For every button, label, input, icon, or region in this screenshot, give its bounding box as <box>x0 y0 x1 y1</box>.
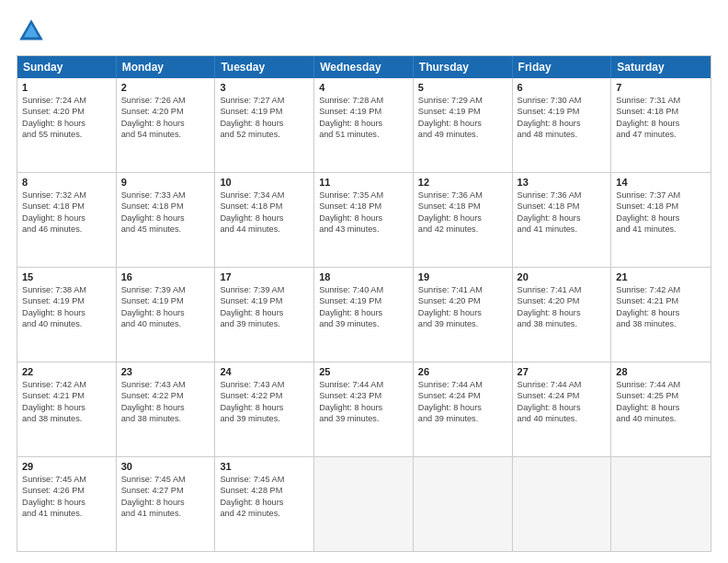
cell-info: Sunrise: 7:42 AMSunset: 4:21 PMDaylight:… <box>616 284 706 330</box>
day-number: 3 <box>220 82 309 93</box>
calendar-body: 1Sunrise: 7:24 AMSunset: 4:20 PMDaylight… <box>17 78 711 551</box>
calendar-row-5: 29Sunrise: 7:45 AMSunset: 4:26 PMDayligh… <box>17 457 711 551</box>
cell-info: Sunrise: 7:42 AMSunset: 4:21 PMDaylight:… <box>22 379 111 425</box>
header-day-tuesday: Tuesday <box>215 56 314 78</box>
cell-info: Sunrise: 7:36 AMSunset: 4:18 PMDaylight:… <box>418 190 507 236</box>
day-cell-16: 16Sunrise: 7:39 AMSunset: 4:19 PMDayligh… <box>117 268 216 362</box>
calendar: SundayMondayTuesdayWednesdayThursdayFrid… <box>17 55 711 552</box>
day-cell-15: 15Sunrise: 7:38 AMSunset: 4:19 PMDayligh… <box>17 268 117 362</box>
day-cell-6: 6Sunrise: 7:30 AMSunset: 4:19 PMDaylight… <box>513 78 612 172</box>
cell-info: Sunrise: 7:45 AMSunset: 4:26 PMDaylight:… <box>22 474 111 520</box>
cell-info: Sunrise: 7:27 AMSunset: 4:19 PMDaylight:… <box>220 95 309 141</box>
day-number: 4 <box>319 82 408 93</box>
cell-info: Sunrise: 7:29 AMSunset: 4:19 PMDaylight:… <box>418 95 507 141</box>
cell-info: Sunrise: 7:43 AMSunset: 4:22 PMDaylight:… <box>220 379 309 425</box>
cell-info: Sunrise: 7:45 AMSunset: 4:27 PMDaylight:… <box>121 474 210 520</box>
day-cell-26: 26Sunrise: 7:44 AMSunset: 4:24 PMDayligh… <box>414 362 513 456</box>
day-number: 6 <box>518 82 607 93</box>
day-cell-22: 22Sunrise: 7:42 AMSunset: 4:21 PMDayligh… <box>17 362 117 456</box>
day-number: 16 <box>121 271 210 282</box>
day-number: 31 <box>220 461 309 472</box>
day-number: 28 <box>616 366 706 377</box>
cell-info: Sunrise: 7:40 AMSunset: 4:19 PMDaylight:… <box>319 284 408 330</box>
day-number: 30 <box>121 461 210 472</box>
empty-cell <box>513 457 612 551</box>
day-number: 19 <box>418 271 507 282</box>
logo-icon <box>17 17 46 46</box>
cell-info: Sunrise: 7:36 AMSunset: 4:18 PMDaylight:… <box>518 190 607 236</box>
day-number: 18 <box>319 271 408 282</box>
day-number: 26 <box>418 366 507 377</box>
day-number: 7 <box>616 82 706 93</box>
day-cell-20: 20Sunrise: 7:41 AMSunset: 4:20 PMDayligh… <box>513 268 612 362</box>
day-cell-23: 23Sunrise: 7:43 AMSunset: 4:22 PMDayligh… <box>117 362 216 456</box>
day-cell-29: 29Sunrise: 7:45 AMSunset: 4:26 PMDayligh… <box>17 457 117 551</box>
cell-info: Sunrise: 7:24 AMSunset: 4:20 PMDaylight:… <box>22 95 111 141</box>
header-day-sunday: Sunday <box>17 56 117 78</box>
day-number: 12 <box>418 177 507 188</box>
day-number: 20 <box>518 271 607 282</box>
header-day-saturday: Saturday <box>611 56 711 78</box>
day-cell-19: 19Sunrise: 7:41 AMSunset: 4:20 PMDayligh… <box>414 268 513 362</box>
header-day-monday: Monday <box>117 56 216 78</box>
cell-info: Sunrise: 7:45 AMSunset: 4:28 PMDaylight:… <box>220 474 309 520</box>
day-number: 2 <box>121 82 210 93</box>
day-number: 15 <box>22 271 111 282</box>
day-cell-21: 21Sunrise: 7:42 AMSunset: 4:21 PMDayligh… <box>611 268 711 362</box>
day-number: 9 <box>121 177 210 188</box>
day-cell-9: 9Sunrise: 7:33 AMSunset: 4:18 PMDaylight… <box>117 173 216 267</box>
cell-info: Sunrise: 7:31 AMSunset: 4:18 PMDaylight:… <box>616 95 706 141</box>
day-cell-31: 31Sunrise: 7:45 AMSunset: 4:28 PMDayligh… <box>215 457 314 551</box>
day-cell-10: 10Sunrise: 7:34 AMSunset: 4:18 PMDayligh… <box>215 173 314 267</box>
cell-info: Sunrise: 7:37 AMSunset: 4:18 PMDaylight:… <box>616 190 706 236</box>
cell-info: Sunrise: 7:41 AMSunset: 4:20 PMDaylight:… <box>418 284 507 330</box>
day-number: 17 <box>220 271 309 282</box>
logo <box>17 17 50 46</box>
day-cell-28: 28Sunrise: 7:44 AMSunset: 4:25 PMDayligh… <box>611 362 711 456</box>
cell-info: Sunrise: 7:38 AMSunset: 4:19 PMDaylight:… <box>22 284 111 330</box>
cell-info: Sunrise: 7:34 AMSunset: 4:18 PMDaylight:… <box>220 190 309 236</box>
cell-info: Sunrise: 7:32 AMSunset: 4:18 PMDaylight:… <box>22 190 111 236</box>
cell-info: Sunrise: 7:44 AMSunset: 4:23 PMDaylight:… <box>319 379 408 425</box>
cell-info: Sunrise: 7:43 AMSunset: 4:22 PMDaylight:… <box>121 379 210 425</box>
day-cell-30: 30Sunrise: 7:45 AMSunset: 4:27 PMDayligh… <box>117 457 216 551</box>
calendar-row-3: 15Sunrise: 7:38 AMSunset: 4:19 PMDayligh… <box>17 268 711 362</box>
day-cell-2: 2Sunrise: 7:26 AMSunset: 4:20 PMDaylight… <box>117 78 216 172</box>
cell-info: Sunrise: 7:44 AMSunset: 4:24 PMDaylight:… <box>518 379 607 425</box>
day-number: 22 <box>22 366 111 377</box>
day-cell-17: 17Sunrise: 7:39 AMSunset: 4:19 PMDayligh… <box>215 268 314 362</box>
cell-info: Sunrise: 7:35 AMSunset: 4:18 PMDaylight:… <box>319 190 408 236</box>
day-number: 5 <box>418 82 507 93</box>
header <box>17 17 711 46</box>
day-cell-12: 12Sunrise: 7:36 AMSunset: 4:18 PMDayligh… <box>414 173 513 267</box>
header-day-friday: Friday <box>513 56 612 78</box>
day-cell-25: 25Sunrise: 7:44 AMSunset: 4:23 PMDayligh… <box>314 362 414 456</box>
day-cell-4: 4Sunrise: 7:28 AMSunset: 4:19 PMDaylight… <box>314 78 414 172</box>
day-number: 14 <box>616 177 706 188</box>
day-cell-24: 24Sunrise: 7:43 AMSunset: 4:22 PMDayligh… <box>215 362 314 456</box>
cell-info: Sunrise: 7:41 AMSunset: 4:20 PMDaylight:… <box>518 284 607 330</box>
calendar-row-4: 22Sunrise: 7:42 AMSunset: 4:21 PMDayligh… <box>17 362 711 457</box>
day-number: 27 <box>518 366 607 377</box>
day-cell-5: 5Sunrise: 7:29 AMSunset: 4:19 PMDaylight… <box>414 78 513 172</box>
calendar-row-1: 1Sunrise: 7:24 AMSunset: 4:20 PMDaylight… <box>17 78 711 173</box>
cell-info: Sunrise: 7:39 AMSunset: 4:19 PMDaylight:… <box>121 284 210 330</box>
page: SundayMondayTuesdayWednesdayThursdayFrid… <box>0 0 728 563</box>
header-day-thursday: Thursday <box>414 56 513 78</box>
day-cell-14: 14Sunrise: 7:37 AMSunset: 4:18 PMDayligh… <box>611 173 711 267</box>
day-number: 21 <box>616 271 706 282</box>
empty-cell <box>314 457 414 551</box>
day-cell-3: 3Sunrise: 7:27 AMSunset: 4:19 PMDaylight… <box>215 78 314 172</box>
empty-cell <box>414 457 513 551</box>
cell-info: Sunrise: 7:26 AMSunset: 4:20 PMDaylight:… <box>121 95 210 141</box>
header-day-wednesday: Wednesday <box>314 56 414 78</box>
day-cell-8: 8Sunrise: 7:32 AMSunset: 4:18 PMDaylight… <box>17 173 117 267</box>
day-number: 1 <box>22 82 111 93</box>
day-cell-27: 27Sunrise: 7:44 AMSunset: 4:24 PMDayligh… <box>513 362 612 456</box>
cell-info: Sunrise: 7:33 AMSunset: 4:18 PMDaylight:… <box>121 190 210 236</box>
day-cell-11: 11Sunrise: 7:35 AMSunset: 4:18 PMDayligh… <box>314 173 414 267</box>
day-cell-1: 1Sunrise: 7:24 AMSunset: 4:20 PMDaylight… <box>17 78 117 172</box>
calendar-row-2: 8Sunrise: 7:32 AMSunset: 4:18 PMDaylight… <box>17 173 711 268</box>
cell-info: Sunrise: 7:44 AMSunset: 4:25 PMDaylight:… <box>616 379 706 425</box>
cell-info: Sunrise: 7:30 AMSunset: 4:19 PMDaylight:… <box>518 95 607 141</box>
